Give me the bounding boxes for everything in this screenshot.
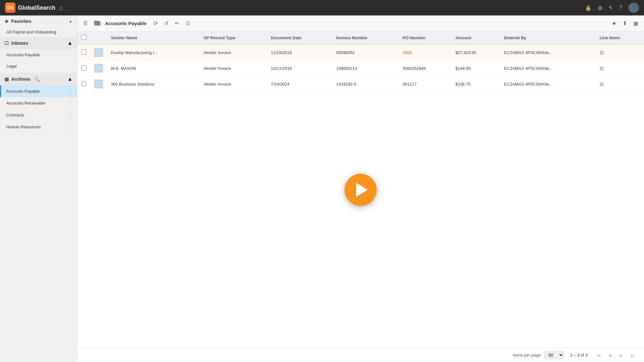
document-thumbnail[interactable] (94, 48, 103, 57)
reload-button[interactable]: ↺ (162, 18, 170, 28)
document-thumbnail[interactable] (94, 79, 103, 88)
row-line-items: ⊟ (596, 60, 644, 76)
header-checkbox-cell (77, 32, 90, 44)
contracts-archives-dots-icon[interactable]: ⋮ (67, 112, 72, 118)
lock-icon-button[interactable]: 🔒 (585, 5, 592, 11)
help-icon-button[interactable]: ? (619, 5, 622, 11)
archives-section-header[interactable]: ▤ Archives 🔍 ▲ (0, 73, 77, 85)
star-icon: ★ (5, 19, 9, 24)
edit-icon-button[interactable]: ✎ (609, 5, 613, 11)
folder-button[interactable] (92, 18, 102, 29)
row-document-date: 10/11/2018 (267, 60, 332, 76)
play-icon (356, 183, 368, 197)
table-row[interactable]: 360 Business Solutions Vendor Invoice 7/… (77, 76, 644, 92)
first-page-button[interactable]: |◀ (594, 351, 603, 359)
header-vendor-name[interactable]: Vendor Name (107, 32, 200, 44)
prev-page-button[interactable]: ◀ (606, 351, 614, 359)
row-checkbox[interactable] (81, 50, 86, 55)
logo[interactable]: GS GlobalSearch (5, 3, 55, 13)
favorites-collapse-icon: ▲ (69, 19, 72, 23)
sidebar-item-hr-archives[interactable]: Human Resources ⋮ (0, 121, 77, 133)
row-vendor-name: 360 Business Solutions (107, 76, 200, 92)
toolbar-title: Accounts Payable (105, 21, 147, 26)
row-document-date: 11/19/2018 (267, 44, 332, 60)
header-ap-record-type[interactable]: AP Record Type (200, 32, 267, 44)
header-line-items[interactable]: Line Items (596, 32, 644, 44)
svg-rect-0 (94, 21, 100, 25)
last-page-button[interactable]: ▶| (629, 351, 638, 359)
archives-icon: ▤ (5, 77, 9, 82)
row-po-number: 5082052644 (399, 60, 452, 76)
archives-title: ▤ Archives 🔍 (5, 77, 40, 82)
sidebar-item-all-payroll[interactable]: All Payroll and Onboarding (0, 27, 77, 37)
toolbar: ☰ Accounts Payable ⟳ ↺ ✏ ☑ ★ ⬆ ▦ (77, 15, 644, 32)
row-line-items: ⊟ (596, 44, 644, 60)
line-items-icon[interactable]: ⊟ (600, 81, 604, 87)
next-page-button[interactable]: ▶ (618, 351, 625, 359)
inboxes-collapse-icon: ▲ (67, 40, 72, 46)
sidebar-item-contracts-archives[interactable]: Contracts ⋮ (0, 109, 77, 121)
ar-archives-dots-icon[interactable]: ⋮ (67, 100, 72, 106)
edit-button[interactable]: ✏ (173, 18, 181, 28)
row-amount: $106.70 (451, 76, 500, 92)
inboxes-section-header[interactable]: ☐ Inboxes ▲ (0, 37, 77, 49)
ap-archives-dots-icon[interactable]: ⋮ (67, 88, 72, 94)
nav-right: 🔒 ⊞ ✎ ? 👤 (585, 3, 639, 13)
sidebar-item-ar-archives[interactable]: Accounts Receivable ⋮ (0, 97, 77, 109)
check-button[interactable]: ☑ (184, 18, 192, 28)
table-row[interactable]: Dunlop Manufacturing I... Vendor Invoice… (77, 44, 644, 60)
row-checkbox-cell (77, 76, 90, 92)
sidebar-item-ap-archives[interactable]: Accounts Payable ⋮ (0, 85, 77, 97)
row-checkbox[interactable] (81, 81, 86, 86)
row-amount: $27,323.55 (451, 44, 500, 60)
sidebar-item-ap-inbox[interactable]: Accounts Payable ⋮ (0, 49, 77, 60)
row-entered-by: EC2AMAZ-4P5CSNA\te... (500, 44, 596, 60)
line-items-icon[interactable]: ⊟ (600, 50, 604, 55)
row-checkbox[interactable] (81, 65, 86, 70)
line-items-icon[interactable]: ⊟ (600, 66, 604, 71)
header-amount[interactable]: Amount (451, 32, 500, 44)
logo-icon: GS (5, 3, 15, 13)
items-per-page-label: Items per page: (513, 353, 542, 357)
row-vendor-name: W.B. MASON (107, 60, 200, 76)
menu-button[interactable]: ☰ (81, 18, 90, 28)
select-all-checkbox[interactable] (81, 35, 86, 40)
header-po-number[interactable]: PO Number (399, 32, 452, 44)
row-ap-record-type: Vendor Invoice (200, 44, 267, 60)
document-thumbnail[interactable] (94, 64, 103, 73)
favorites-section-header[interactable]: ★ Favorites ▲ (0, 15, 77, 27)
row-thumb-cell (90, 44, 107, 60)
share-button[interactable]: ⬆ (621, 18, 629, 28)
archives-search-icon[interactable]: 🔍 (34, 77, 40, 82)
top-navigation: GS GlobalSearch ⌂ 🔒 ⊞ ✎ ? 👤 (0, 0, 644, 15)
header-entered-by[interactable]: Entered By (500, 32, 596, 44)
row-entered-by: EC2AMAZ-4P5CSNA\te... (500, 60, 596, 76)
row-invoice-number: 03598352 (332, 44, 399, 60)
refresh-button[interactable]: ⟳ (152, 18, 160, 28)
row-po-number: 001117 (399, 76, 452, 92)
items-per-page-select[interactable]: 50 25 100 (545, 351, 564, 359)
header-document-date[interactable]: Document Date (267, 32, 332, 44)
grid-icon-button[interactable]: ⊞ (598, 5, 602, 11)
items-per-page-control: Items per page: 50 25 100 (513, 351, 564, 359)
table-area: Vendor Name AP Record Type Document Date… (77, 32, 644, 348)
main-layout: ★ Favorites ▲ All Payroll and Onboarding… (0, 15, 644, 362)
main-content: ☰ Accounts Payable ⟳ ↺ ✏ ☑ ★ ⬆ ▦ (77, 15, 644, 362)
hr-archives-dots-icon[interactable]: ⋮ (67, 124, 72, 130)
play-button[interactable] (345, 174, 377, 206)
home-button[interactable]: ⌂ (59, 5, 63, 11)
sidebar-item-legal-inbox[interactable]: Legal ⋮ (0, 60, 77, 72)
documents-table: Vendor Name AP Record Type Document Date… (77, 32, 644, 92)
header-invoice-number[interactable]: Invoice Number (332, 32, 399, 44)
user-avatar[interactable]: 👤 (629, 3, 639, 13)
row-invoice-number: 158660214 (332, 60, 399, 76)
favorites-title: ★ Favorites (5, 19, 31, 24)
row-entered-by: EC2AMAZ-4P5CSNA\te... (500, 76, 596, 92)
row-ap-record-type: Vendor Invoice (200, 60, 267, 76)
table-row[interactable]: W.B. MASON Vendor Invoice 10/11/2018 158… (77, 60, 644, 76)
row-thumb-cell (90, 76, 107, 92)
layout-button[interactable]: ▦ (631, 18, 640, 28)
row-document-date: 7/24/2024 (267, 76, 332, 92)
bookmark-button[interactable]: ★ (610, 18, 618, 28)
pagination-range: 1 – 3 of 3 (570, 353, 588, 357)
